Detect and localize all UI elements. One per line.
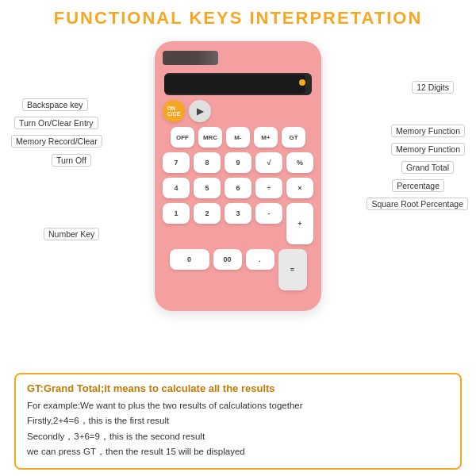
label-12digits: 12 Digits [412,81,454,94]
btn-eq[interactable]: = [278,249,307,290]
btn-percent[interactable]: % [286,152,313,173]
info-line3: Secondly，3+6=9，this is the second result [27,429,449,445]
on-clear-button[interactable]: ONC/CE [163,100,185,122]
row-0: 0 00 . = [163,249,313,290]
solar-panel [163,51,218,65]
calculator: ONC/CE ▶ OFF MRC M- M+ GT 7 8 9 √ % 4 5 … [155,41,321,311]
info-box: GT:Grand Total;it means to calculate all… [14,373,462,470]
label-mem-func1: Memory Function [391,125,465,137]
label-mem-func2: Memory Function [391,143,465,155]
btn-8[interactable]: 8 [194,152,221,173]
btn-4[interactable]: 4 [163,178,190,198]
btn-5[interactable]: 5 [194,178,221,198]
label-sqrt-pct: Square Root Percentage [367,198,468,210]
row-456: 4 5 6 ÷ × [163,178,313,198]
label-percentage: Percentage [392,179,444,192]
label-turn-off: Turn Off [52,154,91,167]
btn-minus[interactable]: - [255,203,282,224]
info-line4: we can press GT，then the result 15 will … [27,444,449,460]
btn-6[interactable]: 6 [225,178,251,198]
gt-button[interactable]: GT [282,127,305,148]
play-button[interactable]: ▶ [189,100,211,122]
label-grand-total: Grand Total [401,161,454,174]
btn-9[interactable]: 9 [225,152,251,173]
btn-mul[interactable]: × [286,178,313,198]
calc-top-row: ONC/CE ▶ [163,100,313,122]
display-dot [299,79,305,86]
btn-3[interactable]: 3 [225,203,251,224]
memory-row: OFF MRC M- M+ GT [163,127,313,148]
row-789: 7 8 9 √ % [163,152,313,173]
btn-2[interactable]: 2 [194,203,221,224]
off-button[interactable]: OFF [171,127,194,148]
info-line2: Firstly,2+4=6，this is the first result [27,413,449,429]
btn-7[interactable]: 7 [163,152,190,173]
label-turn-on: Turn On/Clear Entry [14,117,98,129]
main-area: ONC/CE ▶ OFF MRC M- M+ GT 7 8 9 √ % 4 5 … [0,33,476,335]
calc-display [164,73,312,95]
m-minus-button[interactable]: M- [226,127,250,148]
btn-1[interactable]: 1 [163,203,190,224]
label-num-key: Number Key [44,228,99,240]
page-title: FUNCTIONAL KEYS INTERPRETATION [0,0,476,33]
btn-plus[interactable]: + [286,203,313,244]
row-123: 1 2 3 - + [163,203,313,244]
label-mem-record: Memory Record/Clear [11,135,102,148]
mrc-button[interactable]: MRC [198,127,222,148]
btn-0[interactable]: 0 [170,249,209,270]
info-line1: For example:We want to plus the two resu… [27,398,449,414]
btn-sqrt[interactable]: √ [255,152,282,173]
label-backspace: Backspace key [22,98,88,111]
btn-dot[interactable]: . [246,249,274,270]
m-plus-button[interactable]: M+ [254,127,278,148]
btn-00[interactable]: 00 [213,249,242,270]
btn-div[interactable]: ÷ [255,178,282,198]
info-heading: GT:Grand Total;it means to calculate all… [27,382,449,394]
